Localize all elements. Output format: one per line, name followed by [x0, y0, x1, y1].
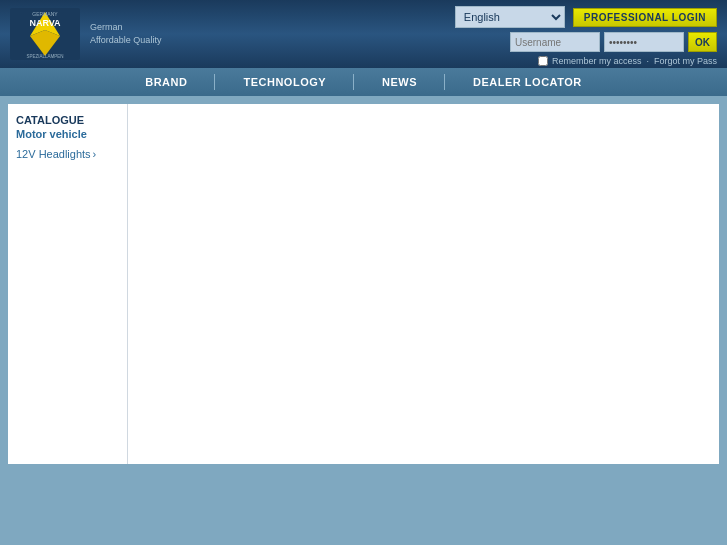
headlights-label: 12V Headlights	[16, 148, 91, 160]
login-row: OK	[510, 32, 717, 52]
tagline-line1: German	[90, 21, 161, 34]
password-input[interactable]	[604, 32, 684, 52]
nav-item-technology[interactable]: TECHNOLOGY	[215, 68, 354, 96]
forgot-pass-link[interactable]: Forgot my Pass	[654, 56, 717, 66]
lang-login-row: English Deutsch Français PROFESSIONAL LO…	[455, 6, 717, 28]
navbar: BRAND TECHNOLOGY NEWS DEALER LOCATOR	[0, 68, 727, 96]
narva-logo-icon: NARVA GERMANY SPEZIALLAMPEN	[10, 8, 80, 60]
footer-area	[0, 472, 727, 545]
headlights-arrow: ›	[93, 148, 97, 160]
remember-access-link[interactable]: Remember my access	[552, 56, 642, 66]
catalogue-title: CATALOGUE	[16, 114, 119, 126]
svg-text:NARVA: NARVA	[29, 18, 61, 28]
main-container: CATALOGUE Motor vehicle 12V Headlights ›	[8, 104, 719, 464]
content-area	[128, 104, 719, 464]
svg-text:GERMANY: GERMANY	[32, 11, 58, 17]
ok-button[interactable]: OK	[688, 32, 717, 52]
motor-vehicle-title: Motor vehicle	[16, 128, 119, 140]
professional-login-button[interactable]: PROFESSIONAL LOGIN	[573, 8, 717, 27]
remember-row: Remember my access · Forgot my Pass	[538, 56, 717, 66]
nav-item-news[interactable]: NEWS	[354, 68, 445, 96]
remember-label: Remember my access · Forgot my Pass	[552, 56, 717, 66]
username-input[interactable]	[510, 32, 600, 52]
headlights-link[interactable]: 12V Headlights ›	[16, 148, 119, 160]
remember-checkbox[interactable]	[538, 56, 548, 66]
svg-text:SPEZIALLAMPEN: SPEZIALLAMPEN	[26, 54, 63, 59]
nav-item-brand[interactable]: BRAND	[117, 68, 215, 96]
tagline-line2: Affordable Quality	[90, 34, 161, 47]
header: NARVA GERMANY SPEZIALLAMPEN German Affor…	[0, 0, 727, 68]
header-right: English Deutsch Français PROFESSIONAL LO…	[455, 6, 717, 66]
logo-area: NARVA GERMANY SPEZIALLAMPEN German Affor…	[10, 8, 161, 60]
language-select[interactable]: English Deutsch Français	[455, 6, 565, 28]
sidebar: CATALOGUE Motor vehicle 12V Headlights ›	[8, 104, 128, 464]
nav-item-dealer-locator[interactable]: DEALER LOCATOR	[445, 68, 610, 96]
logo-tagline: German Affordable Quality	[90, 21, 161, 46]
